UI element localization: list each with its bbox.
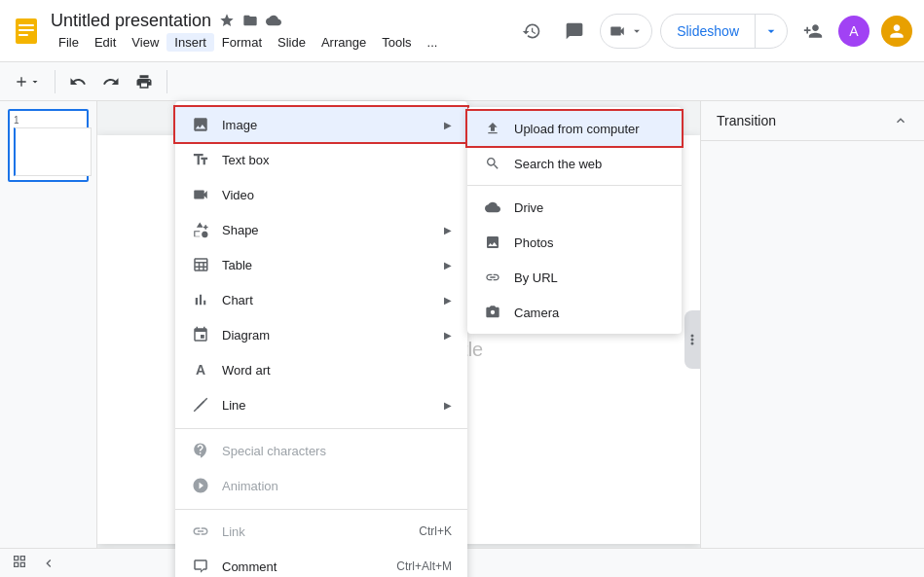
menu-section-3: Link Ctrl+K Comment Ctrl+Alt+M <box>175 509 467 577</box>
toolbar-print[interactable] <box>129 69 159 94</box>
chart-arrow: ▶ <box>444 295 452 306</box>
menu-more[interactable]: ... <box>420 33 446 52</box>
diagram-arrow: ▶ <box>444 330 452 341</box>
slide-preview <box>14 127 92 176</box>
insert-table-item[interactable]: Table ▶ <box>175 247 467 282</box>
toolbar-divider-1 <box>55 70 55 93</box>
image-icon <box>191 115 210 134</box>
drive-icon <box>483 198 502 217</box>
insert-special-chars-item[interactable]: Special characters <box>175 433 467 468</box>
link-insert-icon <box>191 522 210 541</box>
by-url-item[interactable]: By URL <box>467 260 682 295</box>
insert-textbox-item[interactable]: Text box <box>175 142 467 177</box>
link-icon <box>483 268 502 287</box>
svg-line-7 <box>194 398 207 412</box>
wordart-label: Word art <box>222 363 452 378</box>
comment-shortcut: Ctrl+Alt+M <box>396 559 452 573</box>
diagram-label: Diagram <box>222 328 444 343</box>
chart-label: Chart <box>222 293 444 307</box>
animation-icon <box>191 476 210 495</box>
textbox-label: Text box <box>222 153 452 167</box>
drive-item[interactable]: Drive <box>467 190 682 225</box>
menu-view[interactable]: View <box>124 33 166 52</box>
shape-arrow: ▶ <box>444 225 452 235</box>
photos-item[interactable]: Photos <box>467 225 682 260</box>
photos-icon <box>483 233 502 252</box>
camera-item[interactable]: Camera <box>467 295 682 330</box>
submenu-divider <box>467 185 682 186</box>
slideshow-button[interactable]: Slideshow <box>660 14 788 49</box>
insert-video-item[interactable]: Video <box>175 177 467 212</box>
svg-point-4 <box>691 334 694 337</box>
avatar-2[interactable] <box>881 16 912 47</box>
menu-arrange[interactable]: Arrange <box>314 33 374 52</box>
menu-section-2: Special characters Animation <box>175 428 467 505</box>
line-label: Line <box>222 398 444 413</box>
insert-diagram-item[interactable]: Diagram ▶ <box>175 317 467 352</box>
image-submenu: Upload from computer Search the web <box>467 107 682 334</box>
toolbar-redo[interactable] <box>96 69 126 94</box>
insert-comment-item[interactable]: Comment Ctrl+Alt+M <box>175 549 467 577</box>
cloud-icon[interactable] <box>266 13 281 28</box>
scroll-handle[interactable] <box>684 310 700 369</box>
insert-image-label: Image <box>222 118 444 132</box>
menu-edit[interactable]: Edit <box>87 33 124 52</box>
line-icon <box>191 395 210 415</box>
chevron-up-icon[interactable] <box>893 113 908 128</box>
image-submenu-arrow: ▶ <box>444 120 452 130</box>
toolbar-plus-button[interactable] <box>8 70 47 93</box>
menu-slide[interactable]: Slide <box>270 33 314 52</box>
history-button[interactable] <box>514 14 549 49</box>
menu-file[interactable]: File <box>51 33 87 52</box>
comment-label: Comment <box>222 559 396 574</box>
insert-chart-item[interactable]: Chart ▶ <box>175 282 467 317</box>
insert-shape-item[interactable]: Shape ▶ <box>175 212 467 247</box>
comment-icon <box>191 557 210 576</box>
search-web-item[interactable]: Search the web <box>467 146 682 181</box>
insert-animation-item[interactable]: Animation <box>175 468 467 503</box>
title-area: Untitled presentation File Edit View Ins… <box>51 11 514 52</box>
toolbar-undo[interactable] <box>63 69 92 94</box>
animation-label: Animation <box>222 479 452 493</box>
insert-menu: Image ▶ Upload from computer <box>175 101 467 577</box>
menu-format[interactable]: Format <box>214 33 270 52</box>
folder-icon[interactable] <box>242 13 258 28</box>
diagram-icon <box>191 325 210 344</box>
menu-insert[interactable]: Insert <box>166 33 214 52</box>
insert-wordart-item[interactable]: A Word art <box>175 352 467 387</box>
line-arrow: ▶ <box>444 400 452 411</box>
meet-button[interactable] <box>600 14 652 49</box>
grid-view-button[interactable] <box>12 554 27 572</box>
shape-label: Shape <box>222 223 444 237</box>
insert-link-item[interactable]: Link Ctrl+K <box>175 514 467 549</box>
menu-tools[interactable]: Tools <box>374 33 419 52</box>
table-label: Table <box>222 258 444 272</box>
transition-label: Transition <box>717 113 776 128</box>
star-icon[interactable] <box>219 13 235 28</box>
svg-point-5 <box>691 338 694 341</box>
video-label: Video <box>222 188 452 202</box>
upload-from-computer-item[interactable]: Upload from computer <box>467 111 682 146</box>
slideshow-label[interactable]: Slideshow <box>661 15 756 48</box>
table-arrow: ▶ <box>444 260 452 270</box>
add-people-button[interactable] <box>795 14 831 49</box>
slideshow-dropdown-arrow[interactable] <box>756 15 787 48</box>
link-label: Link <box>222 524 419 539</box>
avatar-1[interactable]: A <box>838 16 869 47</box>
table-icon <box>191 255 210 274</box>
comments-button[interactable] <box>557 14 592 49</box>
slides-panel: 1 <box>0 101 97 577</box>
insert-line-item[interactable]: Line ▶ <box>175 387 467 422</box>
by-url-label: By URL <box>514 270 558 285</box>
upload-icon <box>483 119 502 138</box>
svg-rect-2 <box>18 29 34 31</box>
right-panel-header: Transition <box>701 101 924 141</box>
toolbar-divider-2 <box>166 70 167 93</box>
insert-image-item[interactable]: Image ▶ Upload from computer <box>175 107 467 142</box>
slide-thumbnail-1[interactable]: 1 <box>8 109 89 182</box>
upload-label: Upload from computer <box>514 122 640 136</box>
app-icon <box>12 17 41 46</box>
drive-label: Drive <box>514 200 543 215</box>
right-panel: Transition <box>700 101 924 577</box>
sidebar-toggle-button[interactable] <box>35 552 62 575</box>
